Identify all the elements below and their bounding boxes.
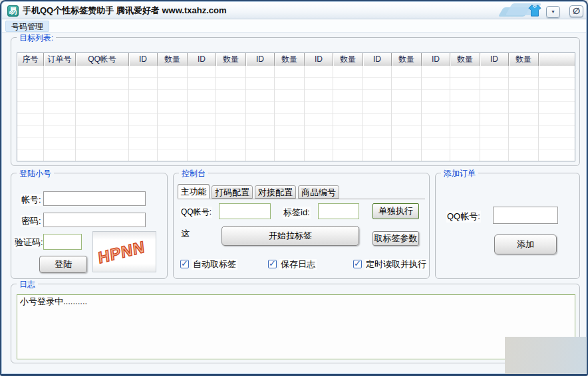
grid-line xyxy=(363,66,363,161)
console-qq-input[interactable] xyxy=(219,203,271,219)
account-input[interactable] xyxy=(43,191,146,206)
grid-line xyxy=(421,66,422,161)
group-login-label: 登陆小号 xyxy=(17,168,54,179)
group-target-list: 目标列表: 序号订单号QQ帐号ID数量ID数量ID数量ID数量ID数量ID数量I… xyxy=(11,37,580,166)
column-header-filler xyxy=(539,53,575,66)
titlebar[interactable]: 易 手机QQ个性标签赞助手 腾讯爱好者 www.txahz.com ▼ ∅ xyxy=(2,2,586,19)
grid-line xyxy=(480,66,480,161)
start-pull-tags-button[interactable]: 开始拉标签 xyxy=(221,226,359,246)
column-header[interactable]: ID xyxy=(246,53,275,66)
grid-line xyxy=(43,66,44,161)
menu-item-number-management[interactable]: 号码管理 xyxy=(5,21,49,32)
group-target-list-label: 目标列表: xyxy=(17,33,56,44)
grid-line xyxy=(391,66,392,161)
checkbox-label: 保存日志 xyxy=(279,259,317,270)
group-add-order: 添加订单 QQ帐号: 添加 xyxy=(435,173,580,279)
grid-line xyxy=(450,66,450,161)
grid-line xyxy=(128,66,129,161)
group-login: 登陆小号 帐号: 密码: 验证码: HPNN 登陆 xyxy=(11,173,168,279)
captcha-label: 验证码: xyxy=(14,236,44,248)
group-log-label: 日志 xyxy=(17,279,38,290)
checkbox-box xyxy=(268,260,277,268)
tab-docking-config[interactable]: 对接配置 xyxy=(255,185,296,199)
grid-line xyxy=(304,66,305,161)
table-body[interactable] xyxy=(17,66,575,161)
minimize-icon: ▼ xyxy=(547,7,559,17)
close-button[interactable]: ∅ xyxy=(569,5,583,17)
get-tag-params-button[interactable]: 取标签参数 xyxy=(372,231,419,246)
grid-line xyxy=(75,66,76,161)
checkbox-label: 定时读取并执行 xyxy=(365,259,428,270)
grid-line xyxy=(538,66,539,161)
tag-id-label: 标签id: xyxy=(283,207,311,219)
grid-line xyxy=(245,66,246,161)
column-header[interactable]: ID xyxy=(188,53,216,66)
column-header[interactable]: QQ帐号 xyxy=(76,53,129,66)
checkbox-box xyxy=(353,260,362,268)
column-header[interactable]: ID xyxy=(363,53,392,66)
column-header[interactable]: 数量 xyxy=(509,53,539,66)
console-qq-label: QQ帐号: xyxy=(180,207,212,218)
shirt-icon[interactable] xyxy=(527,4,542,17)
checkbox-label: 自动取标签 xyxy=(192,259,237,270)
grid-line xyxy=(157,66,158,161)
column-header[interactable]: 序号 xyxy=(17,53,44,66)
column-header[interactable]: 数量 xyxy=(275,53,305,66)
tab-product-number[interactable]: 商品编号 xyxy=(298,185,339,199)
target-table[interactable]: 序号订单号QQ帐号ID数量ID数量ID数量ID数量ID数量ID数量ID数量 xyxy=(17,52,575,161)
group-add-order-label: 添加订单 xyxy=(441,168,478,179)
checkbox-box xyxy=(180,260,189,268)
tab-strip-line xyxy=(178,199,425,199)
grid-line xyxy=(216,66,216,161)
column-header[interactable]: 数量 xyxy=(333,53,363,66)
group-console: 控制台 主功能 打码配置 对接配置 商品编号 QQ帐号: 标签id: 单独执行 … xyxy=(173,173,430,279)
tab-strip: 主功能 打码配置 对接配置 商品编号 xyxy=(178,184,425,199)
add-order-qq-label: QQ帐号: xyxy=(446,211,481,223)
add-button[interactable]: 添加 xyxy=(494,235,557,254)
column-header[interactable]: 数量 xyxy=(158,53,188,66)
column-header[interactable]: 数量 xyxy=(216,53,246,66)
group-log: 日志 小号登录中.......... xyxy=(11,284,580,363)
column-header[interactable]: ID xyxy=(422,53,450,66)
app-icon: 易 xyxy=(7,5,19,17)
column-header[interactable]: 数量 xyxy=(392,53,422,66)
captcha-input[interactable] xyxy=(43,234,82,250)
grid-line xyxy=(274,66,275,161)
overlay-artifact xyxy=(505,337,588,376)
app-window: 易 手机QQ个性标签赞助手 腾讯爱好者 www.txahz.com ▼ ∅ 号码… xyxy=(0,0,588,376)
grid-line xyxy=(333,66,333,161)
menubar: 号码管理 xyxy=(2,20,586,33)
minimize-button[interactable]: ▼ xyxy=(546,6,560,18)
add-order-qq-input[interactable] xyxy=(493,207,558,224)
single-run-button[interactable]: 单独执行 xyxy=(372,203,419,219)
close-icon: ∅ xyxy=(570,6,583,17)
password-label: 密码: xyxy=(21,215,42,227)
login-button[interactable]: 登陆 xyxy=(39,256,87,273)
log-textarea[interactable]: 小号登录中.......... xyxy=(17,294,575,359)
account-label: 帐号: xyxy=(21,194,42,206)
tag-id-input[interactable] xyxy=(318,203,359,219)
captcha-image[interactable]: HPNN xyxy=(92,231,156,272)
column-header[interactable]: ID xyxy=(129,53,158,66)
grid-line xyxy=(508,66,509,161)
column-header[interactable]: 订单号 xyxy=(44,53,76,66)
tab-captcha-config[interactable]: 打码配置 xyxy=(212,185,253,199)
column-header[interactable]: 数量 xyxy=(450,53,480,66)
captcha-text: HPNN xyxy=(98,237,146,266)
tab-main-function[interactable]: 主功能 xyxy=(178,184,210,199)
column-header[interactable]: ID xyxy=(480,53,509,66)
partial-text: 这 xyxy=(180,228,190,240)
column-header[interactable]: ID xyxy=(305,53,333,66)
grid-line xyxy=(187,66,188,161)
window-title: 手机QQ个性标签赞助手 腾讯爱好者 www.txahz.com xyxy=(23,2,226,19)
password-input[interactable] xyxy=(43,213,146,227)
table-header: 序号订单号QQ帐号ID数量ID数量ID数量ID数量ID数量ID数量ID数量 xyxy=(17,53,575,66)
group-console-label: 控制台 xyxy=(179,168,208,179)
